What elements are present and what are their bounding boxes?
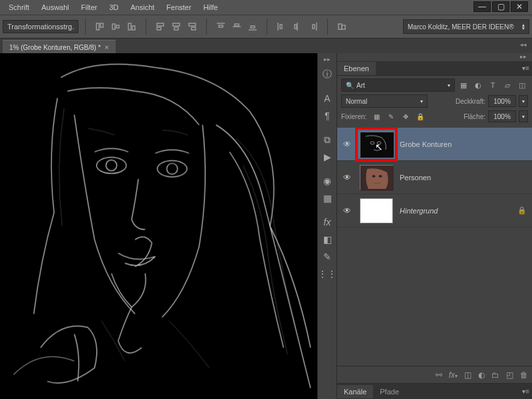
document-tab[interactable]: 1% (Grobe Konturen, RGB/8) * × xyxy=(3,40,116,53)
workspace-selector[interactable]: Marco Kolditz, MEER DER IDEEN® ▴▾ xyxy=(403,19,529,34)
minimize-button[interactable]: — xyxy=(473,1,491,12)
layer-filter-icons: ▦ ◐ T ▱ ◫ xyxy=(458,79,528,91)
svg-rect-4 xyxy=(128,23,131,30)
menu-3d[interactable]: 3D xyxy=(103,1,124,13)
fx-icon[interactable]: fx▾ xyxy=(449,370,458,380)
document-tab-title: 1% (Grobe Konturen, RGB/8) * xyxy=(9,44,100,51)
info-panel-icon[interactable]: ⓘ xyxy=(319,66,335,82)
filter-pixel-icon[interactable]: ▦ xyxy=(458,79,469,91)
maximize-button[interactable]: ▢ xyxy=(492,1,509,12)
svg-rect-17 xyxy=(251,26,255,28)
channels-paths-tabs: Kanäle Pfade ▾≡ xyxy=(337,383,532,399)
document-tab-bar: 1% (Grobe Konturen, RGB/8) * × ◂◂ xyxy=(0,39,532,53)
distribute-bottom-icon[interactable] xyxy=(245,19,260,34)
menu-filter[interactable]: Filter xyxy=(75,1,103,13)
opacity-input[interactable]: 100% xyxy=(488,95,516,107)
tab-kanaele[interactable]: Kanäle xyxy=(337,385,373,398)
align-bottom-icon[interactable] xyxy=(124,19,139,34)
lock-brush-icon[interactable]: ✎ xyxy=(386,112,396,121)
menu-schrift[interactable]: Schrift xyxy=(3,1,35,13)
opacity-dropdown-icon[interactable]: ▾ xyxy=(519,95,528,107)
character-panel-icon[interactable]: A xyxy=(319,90,335,106)
distribute-hcenter-icon[interactable] xyxy=(290,19,305,34)
menu-bar: Schrift Auswahl Filter 3D Ansicht Fenste… xyxy=(0,0,532,15)
adjustment-layer-icon[interactable]: ◐ xyxy=(478,370,485,380)
panel-flyout-icon[interactable]: ▾≡ xyxy=(522,388,529,395)
distribute-left-icon[interactable] xyxy=(274,19,289,34)
menu-auswahl[interactable]: Auswahl xyxy=(35,1,75,13)
brush-presets-panel-icon[interactable]: ⋮⋮ xyxy=(319,266,335,282)
layer-row[interactable]: 👁 ↖ Grobe Konturen xyxy=(337,128,532,161)
lock-pixels-icon[interactable]: ▦ xyxy=(372,112,381,121)
lock-all-icon[interactable]: 🔒 xyxy=(416,112,425,121)
group-icon[interactable]: 🗀 xyxy=(491,370,499,380)
svg-rect-13 xyxy=(219,25,223,27)
collapse-arrow-icon[interactable]: ◂◂ xyxy=(520,41,527,48)
menu-ansicht[interactable]: Ansicht xyxy=(124,1,160,13)
svg-rect-2 xyxy=(112,24,115,29)
paragraph-panel-icon[interactable]: ¶ xyxy=(319,108,335,124)
tab-pfade[interactable]: Pfade xyxy=(373,385,406,398)
canvas[interactable] xyxy=(0,53,317,399)
menu-fenster[interactable]: Fenster xyxy=(160,1,197,13)
fill-dropdown-icon[interactable]: ▾ xyxy=(519,110,528,122)
layer-row[interactable]: 👁 Hintergrund 🔒 xyxy=(337,194,532,227)
layer-list: 👁 ↖ Grobe Konturen 👁 Personen 👁 Hintergr… xyxy=(337,128,532,366)
svg-rect-25 xyxy=(342,25,345,29)
svg-rect-11 xyxy=(192,27,196,30)
blend-mode-select[interactable]: Normal ▾ xyxy=(341,94,428,108)
styles-panel-icon[interactable]: fx xyxy=(319,214,335,230)
filter-smart-icon[interactable]: ◫ xyxy=(516,79,528,91)
fill-input[interactable]: 100% xyxy=(488,110,516,122)
layer-name[interactable]: Personen xyxy=(400,174,528,182)
link-layers-icon[interactable]: ⚯ xyxy=(436,370,442,380)
visibility-icon[interactable]: 👁 xyxy=(341,206,353,215)
tab-ebenen[interactable]: Ebenen xyxy=(337,62,376,75)
align-vcenter-icon[interactable] xyxy=(108,19,123,34)
auto-align-icon[interactable] xyxy=(334,19,349,34)
brush-panel-icon[interactable]: ✎ xyxy=(319,249,335,265)
trash-icon[interactable]: 🗑 xyxy=(520,370,528,380)
visibility-icon[interactable]: 👁 xyxy=(341,140,353,149)
swatches-panel-icon[interactable]: ▦ xyxy=(319,190,335,206)
layer-row[interactable]: 👁 Personen xyxy=(337,161,532,194)
layer-filter-kind[interactable]: 🔍 Art ▾ xyxy=(341,78,455,92)
close-button[interactable]: ✕ xyxy=(511,1,528,12)
panel-flyout-icon[interactable]: ▾≡ xyxy=(522,65,529,72)
visibility-icon[interactable]: 👁 xyxy=(341,173,353,182)
fill-label: Fläche: xyxy=(464,113,485,120)
color-panel-icon[interactable]: ◉ xyxy=(319,173,335,189)
play-panel-icon[interactable]: ▶ xyxy=(319,149,335,165)
align-hcenter-icon[interactable] xyxy=(169,19,184,34)
layer-controls: 🔍 Art ▾ ▦ ◐ T ▱ ◫ Normal ▾ Deckkr xyxy=(337,76,532,128)
align-right-icon[interactable] xyxy=(185,19,200,34)
transform-controls-label[interactable]: Transformationsstrg. xyxy=(3,20,78,33)
collapse-panels-icon[interactable]: ▸▸ xyxy=(337,53,532,61)
layer-name[interactable]: Grobe Konturen xyxy=(400,140,528,148)
menu-hilfe[interactable]: Hilfe xyxy=(198,1,224,13)
filter-adjust-icon[interactable]: ◐ xyxy=(472,79,484,91)
svg-rect-7 xyxy=(157,27,161,30)
filter-type-icon[interactable]: T xyxy=(487,79,499,91)
layer-thumbnail[interactable] xyxy=(360,165,393,190)
chevron-down-icon: ▾ xyxy=(448,82,450,88)
dropdown-arrows-icon: ▴▾ xyxy=(522,23,525,30)
expand-strip-icon[interactable]: ▸▸ xyxy=(324,56,331,63)
new-layer-icon[interactable]: ◰ xyxy=(506,370,513,380)
svg-rect-3 xyxy=(116,25,119,28)
adjustments-panel-icon[interactable]: ◧ xyxy=(319,231,335,247)
layer-name[interactable]: Hintergrund xyxy=(400,207,511,215)
layer-thumbnail[interactable]: ↖ xyxy=(360,132,393,157)
mask-icon[interactable]: ◫ xyxy=(464,370,471,380)
lock-label: Fixieren: xyxy=(341,113,366,120)
align-left-icon[interactable] xyxy=(153,19,168,34)
distribute-top-icon[interactable] xyxy=(213,19,228,34)
lock-move-icon[interactable]: ✥ xyxy=(401,112,410,121)
align-top-icon[interactable] xyxy=(92,19,107,34)
distribute-right-icon[interactable] xyxy=(306,19,321,34)
filter-shape-icon[interactable]: ▱ xyxy=(501,79,513,91)
layer-thumbnail[interactable] xyxy=(360,198,393,223)
snapshot-panel-icon[interactable]: ⧉ xyxy=(319,132,335,148)
tab-close-icon[interactable]: × xyxy=(104,43,108,51)
distribute-vcenter-icon[interactable] xyxy=(229,19,244,34)
